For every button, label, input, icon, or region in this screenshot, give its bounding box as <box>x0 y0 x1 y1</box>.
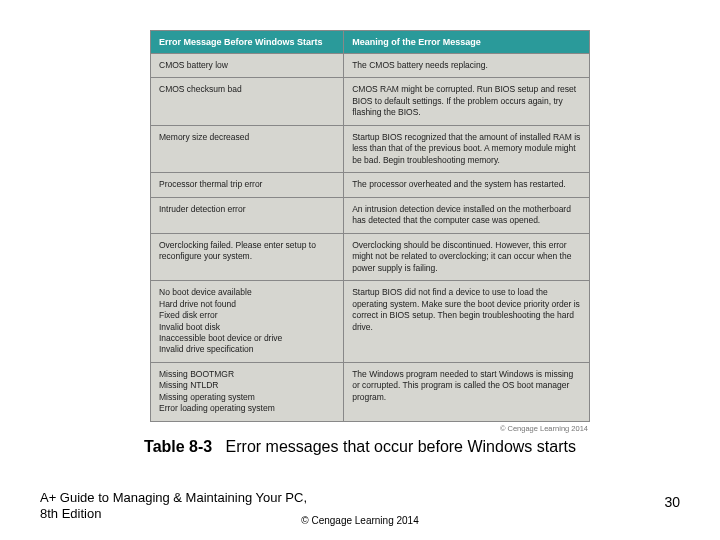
footer-copyright: © Cengage Learning 2014 <box>0 511 720 522</box>
cell-error: Missing BOOTMGR Missing NTLDR Missing op… <box>151 362 344 421</box>
cell-meaning: CMOS RAM might be corrupted. Run BIOS se… <box>344 78 590 125</box>
cell-error: CMOS battery low <box>151 54 344 78</box>
table-row: Memory size decreased Startup BIOS recog… <box>151 125 590 172</box>
caption: Table 8-3 Error messages that occur befo… <box>0 438 720 456</box>
table-credit: © Cengage Learning 2014 <box>500 424 588 433</box>
error-table: Error Message Before Windows Starts Mean… <box>150 30 590 422</box>
col-header-error: Error Message Before Windows Starts <box>151 31 344 54</box>
cell-meaning: Overclocking should be discontinued. How… <box>344 233 590 280</box>
cell-meaning: The CMOS battery needs replacing. <box>344 54 590 78</box>
cell-error: No boot device available Hard drive not … <box>151 281 344 363</box>
cell-error: Overclocking failed. Please enter setup … <box>151 233 344 280</box>
table-row: Overclocking failed. Please enter setup … <box>151 233 590 280</box>
table-row: Intruder detection error An intrusion de… <box>151 197 590 233</box>
cell-meaning: The Windows program needed to start Wind… <box>344 362 590 421</box>
table-row: Processor thermal trip error The process… <box>151 173 590 197</box>
table-row: No boot device available Hard drive not … <box>151 281 590 363</box>
cell-meaning: Startup BIOS did not find a device to us… <box>344 281 590 363</box>
slide: Error Message Before Windows Starts Mean… <box>0 0 720 540</box>
cell-error: Intruder detection error <box>151 197 344 233</box>
caption-text: Error messages that occur before Windows… <box>226 438 576 455</box>
caption-label: Table 8-3 <box>144 438 212 455</box>
footer-page-number: 30 <box>664 494 680 510</box>
cell-meaning: Startup BIOS recognized that the amount … <box>344 125 590 172</box>
col-header-meaning: Meaning of the Error Message <box>344 31 590 54</box>
table-row: CMOS battery low The CMOS battery needs … <box>151 54 590 78</box>
cell-error: CMOS checksum bad <box>151 78 344 125</box>
cell-meaning: The processor overheated and the system … <box>344 173 590 197</box>
cell-error: Processor thermal trip error <box>151 173 344 197</box>
table-row: CMOS checksum bad CMOS RAM might be corr… <box>151 78 590 125</box>
error-table-wrap: Error Message Before Windows Starts Mean… <box>150 30 590 422</box>
table-header-row: Error Message Before Windows Starts Mean… <box>151 31 590 54</box>
table-row: Missing BOOTMGR Missing NTLDR Missing op… <box>151 362 590 421</box>
cell-meaning: An intrusion detection device installed … <box>344 197 590 233</box>
cell-error: Memory size decreased <box>151 125 344 172</box>
